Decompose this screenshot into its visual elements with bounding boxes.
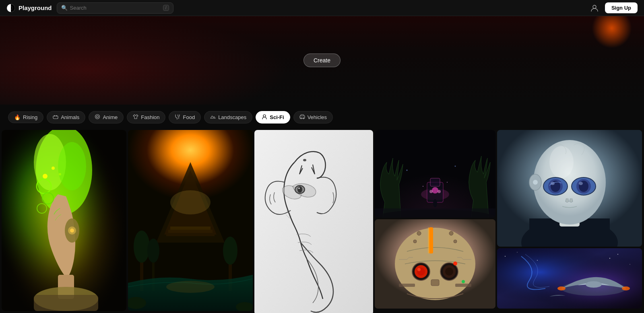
svg-point-26 [59,173,61,175]
cat-vehicles[interactable]: Vehicles [293,111,333,124]
svg-point-101 [533,180,538,185]
svg-rect-69 [428,227,429,253]
hero-create-button[interactable]: Create [303,54,341,67]
svg-point-91 [549,146,574,178]
main-header: Playground 🔍 / Sign Up [0,0,644,16]
svg-point-81 [453,262,457,266]
svg-point-24 [43,174,47,179]
svg-point-29 [70,229,74,233]
user-icon-button[interactable] [589,2,600,14]
svg-rect-47 [254,130,373,313]
logo-icon [6,4,15,12]
svg-point-49 [297,186,302,193]
cat-animals-label: Animals [61,114,79,120]
gallery-item-alien-portrait[interactable] [497,130,642,247]
svg-point-4 [54,115,55,117]
gallery-item-alien-forest[interactable] [375,130,495,218]
search-input[interactable] [70,5,161,11]
user-icon [590,4,599,12]
hero-section: Create [0,16,644,105]
cat-vehicles-label: Vehicles [308,114,327,120]
svg-rect-104 [497,248,642,309]
category-tabs: 🔥 Rising Animals Anime Fashion Food Land… [0,105,644,130]
gallery-item-cyberpunk-woman[interactable] [2,130,126,311]
svg-point-46 [166,281,215,293]
svg-point-109 [630,264,630,265]
anime-icon [95,114,100,121]
svg-rect-84 [399,284,415,287]
cat-scifi[interactable]: Sci-Fi [256,111,290,124]
svg-point-57 [429,190,433,193]
svg-point-72 [413,240,417,243]
svg-point-65 [447,182,448,183]
svg-point-41 [223,237,237,265]
cat-animals[interactable]: Animals [47,111,85,124]
gallery-col-3 [254,130,373,313]
svg-point-8 [263,115,266,117]
search-bar[interactable]: 🔍 / [57,2,173,14]
svg-point-39 [134,231,150,263]
gallery-item-spaceship[interactable] [497,248,642,309]
svg-point-114 [622,286,630,290]
svg-rect-55 [430,178,440,186]
svg-point-105 [505,256,506,257]
svg-point-50 [298,187,300,189]
svg-point-71 [449,231,453,235]
svg-rect-83 [431,280,439,286]
svg-rect-3 [53,116,58,119]
logo-text: Playground [19,4,52,11]
cat-fashion[interactable]: Fashion [127,111,165,124]
svg-point-51 [303,159,306,161]
svg-rect-36 [166,233,215,236]
svg-point-70 [417,231,421,235]
svg-rect-35 [168,230,213,233]
svg-point-43 [147,239,159,263]
cat-food[interactable]: Food [169,111,201,124]
svg-point-17 [58,142,86,190]
cat-landscapes[interactable]: Landscapes [204,111,252,124]
svg-rect-85 [455,284,471,287]
svg-point-25 [52,167,55,170]
cat-fashion-label: Fashion [141,114,159,120]
animals-icon [53,114,58,121]
svg-point-77 [417,268,421,271]
svg-point-80 [445,268,453,276]
svg-point-64 [423,186,423,187]
cat-landscapes-label: Landscapes [218,114,246,120]
fashion-icon [133,114,138,121]
svg-point-73 [454,240,457,243]
svg-point-58 [438,190,441,193]
scifi-icon [262,114,267,121]
svg-point-37 [170,190,211,214]
svg-point-110 [609,258,610,259]
cat-rising-label: Rising [23,114,37,120]
gallery-col-5 [497,130,642,309]
svg-point-82 [462,280,465,283]
gallery-item-fantasy-temple[interactable] [128,130,253,311]
cat-scifi-label: Sci-Fi [270,114,284,120]
gallery-item-robot-face[interactable] [375,219,495,309]
svg-point-59 [433,199,437,207]
cat-rising[interactable]: 🔥 Rising [8,111,43,123]
svg-point-5 [56,115,57,117]
image-gallery [0,130,644,313]
svg-point-112 [586,281,602,288]
svg-point-7 [97,116,99,118]
svg-rect-68 [429,227,433,253]
hero-blur-right [592,16,632,48]
svg-point-6 [95,115,100,119]
cat-anime[interactable]: Anime [89,111,124,124]
logo[interactable]: Playground [6,4,52,12]
svg-point-113 [557,286,566,290]
search-icon: 🔍 [61,5,68,11]
gallery-col-2 [128,130,253,311]
gallery-item-serpent-sketch[interactable] [254,130,373,313]
sign-up-button[interactable]: Sign Up [605,2,638,13]
rising-icon: 🔥 [14,114,21,120]
cat-food-label: Food [183,114,195,120]
header-right: Sign Up [589,2,638,14]
svg-point-63 [455,166,456,167]
svg-rect-20 [34,295,98,311]
cat-anime-label: Anime [103,114,118,120]
hero-blur-left [0,16,290,105]
